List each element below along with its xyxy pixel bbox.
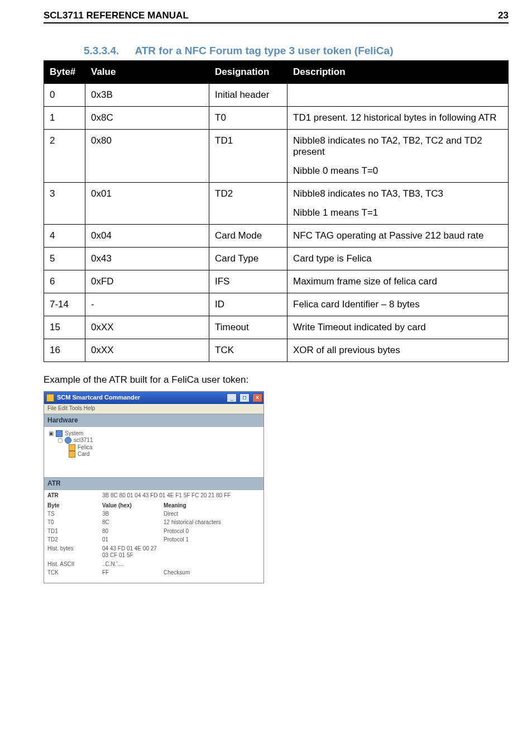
cell-designation: IFS [209,270,287,293]
cell-designation: Card Mode [209,225,287,248]
cell-value: 0xFD [85,270,209,293]
table-row: 60xFDIFSMaximum frame size of felica car… [44,270,509,293]
atr-detail-row: Hist. ASCII..C.N.'.... [47,561,260,568]
atr-detail-row: T08C12 historical characters [47,519,260,526]
minimize-icon[interactable]: _ [227,393,237,402]
cell-byte: 3 [44,183,85,225]
atr-detail-row: TS3BDirect [47,511,260,518]
chip-icon [69,444,75,451]
table-row: 150xXXTimeoutWrite Timeout indicated by … [44,316,509,339]
cell-designation: Initial header [209,84,287,107]
col-value: Value (hex) [102,502,164,510]
atr-detail-row: TD180Protocol 0 [47,528,260,535]
cell-byte: 7-14 [44,293,85,316]
window-titlebar: SCM Smartcard Commander _ □ × [44,392,263,404]
globe-icon [65,437,71,444]
hardware-tree[interactable]: ▣System ▢scl3711 Felica Card [44,427,263,477]
tree-node[interactable]: scl3711 [74,437,93,444]
cell-value: 0x80 [85,130,209,183]
cell-value: 0x04 [85,225,209,248]
atr-value: 3B 8C 80 01 04 43 FD 01 4E F1 5F FC 20 2… [102,492,231,500]
section-title: ATR for a NFC Forum tag type 3 user toke… [135,45,393,57]
cell-description: Nibble8 indicates no TA3, TB3, TC3Nibble… [287,183,509,225]
col-meaning: Meaning [164,502,260,510]
tree-node[interactable]: Felica [78,444,93,451]
th-designation: Designation [209,61,287,84]
atr-label: ATR [47,492,102,500]
cell-description: XOR of all previous bytes [287,339,509,362]
cell-value: - [85,293,209,316]
th-value: Value [85,61,209,84]
table-row: 160xXXTCKXOR of all previous bytes [44,339,509,362]
cell-value: 0xXX [85,339,209,362]
cell-designation: T0 [209,107,287,130]
monitor-icon [56,430,63,437]
table-row: 10x8CT0TD1 present. 12 historical bytes … [44,107,509,130]
cell-byte: 1 [44,107,85,130]
table-row: 20x80TD1Nibble8 indicates no TA2, TB2, T… [44,130,509,183]
section-heading: 5.3.3.4. ATR for a NFC Forum tag type 3 … [84,45,509,57]
app-icon [46,394,54,402]
tree-node[interactable]: Card [78,451,90,458]
cell-description: TD1 present. 12 historical bytes in foll… [287,107,509,130]
cell-value: 0x8C [85,107,209,130]
atr-detail-row: Hist. bytes04 43 FD 01 4E 00 27 03 CF 01… [47,545,260,559]
cell-byte: 5 [44,248,85,270]
table-header-row: Byte# Value Designation Description [44,61,509,84]
table-row: 00x3BInitial header [44,84,509,107]
cell-description: Write Timeout indicated by card [287,316,509,339]
col-byte: Byte [47,502,102,510]
cell-description [287,84,509,107]
window-title: SCM Smartcard Commander [57,394,140,402]
cell-byte: 15 [44,316,85,339]
page-number: 23 [498,10,509,21]
panel-atr: ATR [44,477,263,490]
cell-description: Felica card Identifier – 8 bytes [287,293,509,316]
cell-byte: 4 [44,225,85,248]
doc-title: SCL3711 REFERENCE MANUAL [44,10,189,21]
cell-value: 0x01 [85,183,209,225]
example-caption: Example of the ATR built for a FeliCa us… [44,374,509,386]
th-description: Description [287,61,509,84]
cell-value: 0xXX [85,316,209,339]
cell-designation: TD1 [209,130,287,183]
table-row: 40x04Card ModeNFC TAG operating at Passi… [44,225,509,248]
atr-table: Byte# Value Designation Description 00x3… [44,60,509,362]
cell-designation: Timeout [209,316,287,339]
cell-byte: 16 [44,339,85,362]
cell-designation: TCK [209,339,287,362]
cell-description: Maximum frame size of felica card [287,270,509,293]
atr-detail-row: TD201Protocol 1 [47,536,260,544]
atr-detail-row: TCKFFChecksum [47,569,260,577]
cell-byte: 0 [44,84,85,107]
cell-designation: TD2 [209,183,287,225]
section-number: 5.3.3.4. [84,45,119,57]
th-byte: Byte# [44,61,85,84]
menubar[interactable]: File Edit Tools Help [44,404,263,414]
page-header: SCL3711 REFERENCE MANUAL 23 [44,10,509,23]
cell-description: Nibble8 indicates no TA2, TB2, TC2 and T… [287,130,509,183]
card-icon [69,451,75,458]
cell-byte: 2 [44,130,85,183]
cell-designation: ID [209,293,287,316]
table-row: 7-14-IDFelica card Identifier – 8 bytes [44,293,509,316]
cell-value: 0x3B [85,84,209,107]
table-row: 50x43Card TypeCard type is Felica [44,248,509,270]
tree-root[interactable]: System [65,430,83,438]
cell-description: NFC TAG operating at Passive 212 baud ra… [287,225,509,248]
maximize-icon[interactable]: □ [239,393,250,402]
table-row: 30x01TD2Nibble8 indicates no TA3, TB3, T… [44,183,509,225]
cell-byte: 6 [44,270,85,293]
cell-designation: Card Type [209,248,287,270]
atr-details: ATR 3B 8C 80 01 04 43 FD 01 4E F1 5F FC … [44,490,263,583]
close-icon[interactable]: × [252,393,262,402]
cell-description: Card type is Felica [287,248,509,270]
panel-hardware: Hardware [44,414,263,427]
cell-value: 0x43 [85,248,209,270]
screenshot-window: SCM Smartcard Commander _ □ × File Edit … [44,391,264,583]
